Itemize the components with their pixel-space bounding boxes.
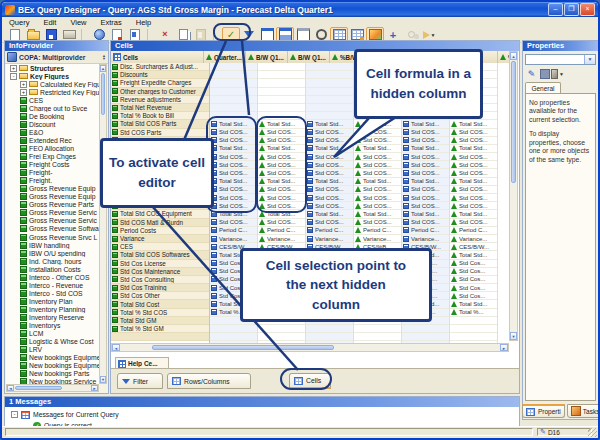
grid-cell[interactable] bbox=[306, 96, 353, 104]
grid-cell[interactable]: Std COS... bbox=[402, 153, 449, 161]
grid-vertical-scrollbar[interactable]: ▲ ▼ bbox=[509, 51, 518, 341]
column-header[interactable]: B/W Q1... bbox=[287, 51, 329, 63]
scroll-down-icon[interactable]: ▼ bbox=[100, 376, 106, 383]
grid-row-label[interactable]: Total % Std COS bbox=[111, 309, 209, 317]
tree-hscroll-thumb[interactable] bbox=[15, 386, 62, 390]
grid-cell[interactable] bbox=[210, 96, 257, 104]
tree-item[interactable]: Installation Costs bbox=[6, 265, 99, 273]
grid-row-label[interactable]: Std Cos License bbox=[111, 260, 209, 268]
resize-grip[interactable] bbox=[588, 428, 597, 437]
grid-cell[interactable]: Std COS... bbox=[354, 129, 401, 137]
infoprovider-root[interactable]: COPA: Multiprovider ▲▼ bbox=[5, 51, 108, 64]
grid-row-label[interactable]: Total Std Cost bbox=[111, 300, 209, 308]
grid-cell[interactable]: Total Std... bbox=[402, 178, 449, 186]
grid-cell[interactable] bbox=[306, 71, 353, 79]
tree-item[interactable]: Freight. bbox=[6, 177, 99, 185]
tree-item[interactable]: Ind. Charg. hours bbox=[6, 257, 99, 265]
tree-item[interactable]: Interco - Std COS bbox=[6, 289, 99, 297]
grid-cell[interactable]: Total Std... bbox=[402, 210, 449, 218]
grid-cell[interactable]: Std COS... bbox=[306, 153, 353, 161]
properties-combobox[interactable]: ▼ bbox=[525, 54, 596, 65]
grid-row-label[interactable]: Variance bbox=[111, 235, 209, 243]
grid-cell[interactable]: Std Cos... bbox=[450, 260, 497, 268]
grid-cell[interactable]: Std COS... bbox=[402, 194, 449, 202]
grid-row-label[interactable]: Total Std GM bbox=[111, 317, 209, 325]
grid-row-label[interactable]: Revenue adjustments bbox=[111, 96, 209, 104]
scroll-left-icon[interactable]: ◄ bbox=[112, 344, 120, 351]
tree-item[interactable]: FEO Allocation bbox=[6, 144, 99, 152]
grid-cell[interactable]: Total Std... bbox=[450, 251, 497, 259]
grid-cell[interactable] bbox=[258, 96, 305, 104]
grid-cell[interactable]: Std COS... bbox=[402, 219, 449, 227]
grid-cell[interactable]: Std COS... bbox=[354, 137, 401, 145]
grid-cell[interactable]: Std COS... bbox=[354, 194, 401, 202]
grid-cell[interactable]: Total Std... bbox=[306, 210, 353, 218]
grid-cell[interactable]: Std COS... bbox=[354, 161, 401, 169]
grid-cell[interactable]: Std COS... bbox=[306, 129, 353, 137]
grid-cell[interactable] bbox=[210, 325, 257, 333]
grid-cell[interactable] bbox=[210, 333, 257, 341]
properties-options-button[interactable]: ▼ bbox=[551, 69, 564, 80]
grid-cell[interactable]: Period C... bbox=[402, 227, 449, 235]
grid-row-label[interactable]: Std COS Parts bbox=[111, 129, 209, 137]
grid-cell[interactable]: Std COS... bbox=[306, 194, 353, 202]
tree-item[interactable]: LRV bbox=[6, 346, 99, 354]
grid-row-label[interactable]: Total % Std GM bbox=[111, 325, 209, 333]
grid-cell[interactable]: Std COS... bbox=[450, 219, 497, 227]
grid-cell[interactable]: Std COS... bbox=[354, 219, 401, 227]
grid-row-label[interactable]: Disc. Surcharges & Adjust... bbox=[111, 63, 209, 71]
grid-cell[interactable] bbox=[258, 104, 305, 112]
grid-cell[interactable]: Total Std... bbox=[450, 145, 497, 153]
grid-cell[interactable] bbox=[210, 88, 257, 96]
tree-item[interactable]: -Key Figures bbox=[6, 72, 99, 80]
grid-row-label[interactable]: Total Std COS Equipment bbox=[111, 210, 209, 218]
tree-item[interactable]: Gross Revenue Softwa bbox=[6, 225, 99, 233]
column-header[interactable]: Quarter... bbox=[203, 51, 245, 63]
tree-item[interactable]: IBW O/U spending bbox=[6, 249, 99, 257]
grid-row-label[interactable]: Discounts bbox=[111, 71, 209, 79]
grid-row-label[interactable]: Total Std COS Parts bbox=[111, 120, 209, 128]
menu-query[interactable]: Query bbox=[2, 18, 36, 27]
tree-item[interactable]: Charge out to Svce bbox=[6, 104, 99, 112]
tree-item[interactable]: Freight Costs bbox=[6, 161, 99, 169]
grid-cell[interactable] bbox=[402, 333, 449, 341]
tree-item[interactable]: IBW handling bbox=[6, 241, 99, 249]
save-properties-button[interactable] bbox=[538, 69, 551, 80]
grid-cell[interactable] bbox=[258, 333, 305, 341]
grid-horizontal-scrollbar[interactable]: ◄ ► bbox=[111, 343, 509, 352]
grid-cell[interactable]: Period C... bbox=[450, 227, 497, 235]
grid-cell[interactable]: Period C... bbox=[354, 227, 401, 235]
grid-cell[interactable]: Std COS... bbox=[450, 129, 497, 137]
tree-item[interactable]: +Calculated Key Figure bbox=[6, 80, 99, 88]
menu-extras[interactable]: Extras bbox=[94, 18, 129, 27]
grid-row-label[interactable]: Total % Book to Bill bbox=[111, 112, 209, 120]
grid-corner-cell[interactable]: Cells bbox=[111, 51, 203, 63]
tree-item[interactable]: Frei Exp Chges bbox=[6, 153, 99, 161]
grid-cell[interactable]: Total Std... bbox=[306, 120, 353, 128]
grid-row-label[interactable]: Std Cos Consulting bbox=[111, 276, 209, 284]
grid-cell[interactable]: Total Std... bbox=[354, 120, 401, 128]
tree-item[interactable]: E&O bbox=[6, 128, 99, 136]
grid-row-label[interactable]: Freight Expedite Charges bbox=[111, 79, 209, 87]
grid-cell[interactable] bbox=[258, 88, 305, 96]
tab-filter[interactable]: Filter bbox=[117, 373, 163, 389]
tree-item[interactable]: Discount bbox=[6, 120, 99, 128]
grid-row-label[interactable]: Std Cos Training bbox=[111, 284, 209, 292]
grid-cell[interactable] bbox=[258, 325, 305, 333]
messages-root-item[interactable]: - Messages for Current Query bbox=[11, 409, 519, 420]
grid-cell[interactable]: Total %... bbox=[450, 309, 497, 317]
tree-item[interactable]: Interco - Other COS bbox=[6, 273, 99, 281]
tree-item[interactable]: Inventory Planning bbox=[6, 305, 99, 313]
tree-item[interactable]: LCM bbox=[6, 330, 99, 338]
tab-tasks[interactable]: Tasks bbox=[567, 404, 600, 418]
grid-cell[interactable]: Std COS... bbox=[450, 153, 497, 161]
restore-button[interactable]: ❐ bbox=[564, 3, 579, 16]
grid-cell[interactable]: Std COS... bbox=[450, 137, 497, 145]
grid-cell[interactable]: Std COS... bbox=[450, 161, 497, 169]
tree-item[interactable]: Inventory Plan bbox=[6, 297, 99, 305]
grid-cell[interactable] bbox=[306, 63, 353, 71]
grid-cell[interactable]: Variance... bbox=[354, 235, 401, 243]
grid-row-label[interactable]: Period Costs bbox=[111, 227, 209, 235]
tree-item[interactable]: New bookings Parts bbox=[6, 370, 99, 378]
grid-cell[interactable]: Std COS... bbox=[306, 202, 353, 210]
